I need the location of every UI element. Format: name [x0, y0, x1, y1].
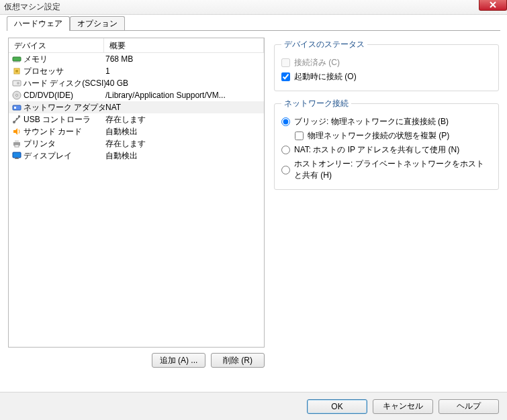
- content-area: デバイス 概要 メモリ768 MBプロセッサ1ハード ディスク(SCSI)40 …: [0, 31, 507, 368]
- svg-rect-15: [18, 115, 20, 117]
- device-name: USB コントローラ: [24, 114, 105, 125]
- help-button[interactable]: ヘルプ: [439, 399, 499, 414]
- device-name: CD/DVD(IDE): [24, 91, 105, 100]
- replicate-row: 物理ネットワーク接続の状態を複製 (P): [295, 130, 492, 142]
- table-row[interactable]: サウンド カード自動検出: [9, 125, 264, 138]
- hostonly-radio[interactable]: [281, 166, 290, 174]
- network-connection-group: ネットワーク接続 ブリッジ: 物理ネットワークに直接接続 (B) 物理ネットワー…: [274, 98, 499, 190]
- svg-rect-21: [15, 158, 18, 158]
- add-button[interactable]: 追加 (A) ...: [152, 353, 205, 368]
- ok-button[interactable]: OK: [307, 399, 367, 414]
- svg-point-11: [16, 95, 18, 97]
- sound-icon: [11, 126, 22, 137]
- table-row[interactable]: ハード ディスク(SCSI)40 GB: [9, 77, 264, 89]
- list-header: デバイス 概要: [9, 38, 264, 53]
- table-row[interactable]: USB コントローラ存在します: [9, 113, 264, 125]
- network-connection-legend: ネットワーク接続: [281, 98, 351, 109]
- svg-rect-1: [13, 61, 14, 62]
- nic-icon: [11, 102, 22, 113]
- svg-rect-2: [15, 61, 15, 62]
- svg-rect-7: [15, 70, 18, 72]
- nat-label[interactable]: NAT: ホストの IP アドレスを共有して使用 (N): [294, 144, 459, 156]
- table-row[interactable]: プリンタ存在します: [9, 138, 264, 150]
- right-panel: デバイスのステータス 接続済み (C) 起動時に接続 (O) ネットワーク接続 …: [274, 38, 499, 368]
- left-button-row: 追加 (A) ... 削除 (R): [8, 353, 265, 368]
- svg-rect-12: [13, 105, 21, 110]
- device-name: プリンタ: [24, 138, 105, 150]
- svg-rect-18: [15, 140, 19, 142]
- display-icon: [11, 150, 22, 161]
- device-list[interactable]: デバイス 概要 メモリ768 MBプロセッサ1ハード ディスク(SCSI)40 …: [8, 38, 265, 348]
- column-header-device[interactable]: デバイス: [9, 38, 104, 52]
- title-bar: 仮想マシン設定: [0, 0, 507, 15]
- connected-label: 接続済み (C): [294, 57, 340, 68]
- device-summary: 存在します: [105, 114, 264, 125]
- hostonly-label[interactable]: ホストオンリー: プライベートネットワークをホストと共有 (H): [294, 158, 492, 181]
- table-row[interactable]: ディスプレイ自動検出: [9, 150, 264, 162]
- device-summary: 768 MB: [105, 54, 264, 64]
- table-row[interactable]: CD/DVD(IDE)/Library/Application Support/…: [9, 89, 264, 101]
- svg-rect-5: [19, 61, 19, 62]
- hostonly-row: ホストオンリー: プライベートネットワークをホストと共有 (H): [281, 158, 492, 181]
- tab-options[interactable]: オプション: [70, 16, 125, 31]
- device-summary: 自動検出: [105, 150, 264, 162]
- disk-icon: [11, 78, 22, 89]
- dialog-footer: OK キャンセル ヘルプ: [0, 392, 507, 420]
- close-icon: [490, 1, 496, 8]
- svg-rect-4: [17, 61, 18, 62]
- device-summary: /Library/Application Support/VM...: [105, 91, 264, 100]
- connect-at-power-on-row: 起動時に接続 (O): [281, 71, 492, 83]
- device-name: ハード ディスク(SCSI): [24, 78, 105, 89]
- svg-rect-13: [14, 107, 16, 109]
- device-name: ディスプレイ: [24, 150, 105, 162]
- column-header-summary[interactable]: 概要: [104, 38, 264, 52]
- close-button[interactable]: [479, 0, 507, 11]
- svg-point-9: [17, 82, 19, 85]
- device-status-legend: デバイスのステータス: [281, 39, 367, 50]
- cancel-button[interactable]: キャンセル: [373, 399, 433, 414]
- device-name: プロセッサ: [24, 66, 105, 77]
- device-name: メモリ: [24, 54, 105, 65]
- cd-icon: [11, 90, 22, 101]
- remove-button[interactable]: 削除 (R): [211, 353, 265, 368]
- device-summary: 1: [105, 66, 264, 76]
- replicate-checkbox[interactable]: [295, 132, 304, 140]
- tab-hardware[interactable]: ハードウェア: [7, 16, 70, 31]
- bridged-label[interactable]: ブリッジ: 物理ネットワークに直接接続 (B): [294, 116, 449, 127]
- nat-radio[interactable]: [281, 146, 290, 154]
- svg-rect-19: [15, 145, 19, 147]
- left-panel: デバイス 概要 メモリ768 MBプロセッサ1ハード ディスク(SCSI)40 …: [8, 38, 265, 368]
- device-summary: 存在します: [105, 138, 264, 150]
- svg-rect-0: [13, 57, 21, 61]
- svg-rect-3: [16, 61, 17, 62]
- table-row[interactable]: メモリ768 MB: [9, 53, 264, 65]
- device-name: ネットワーク アダプタ: [24, 102, 105, 113]
- replicate-label[interactable]: 物理ネットワーク接続の状態を複製 (P): [308, 130, 449, 142]
- connect-at-power-on-label[interactable]: 起動時に接続 (O): [294, 71, 357, 83]
- table-row[interactable]: ネットワーク アダプタNAT: [9, 101, 264, 113]
- bridged-radio[interactable]: [281, 117, 290, 126]
- printer-icon: [11, 138, 22, 149]
- connected-row: 接続済み (C): [281, 57, 492, 68]
- cpu-icon: [11, 66, 22, 76]
- usb-icon: [11, 114, 22, 125]
- connect-at-power-on-checkbox[interactable]: [281, 72, 290, 81]
- connected-checkbox: [281, 58, 290, 67]
- table-row[interactable]: プロセッサ1: [9, 65, 264, 77]
- device-status-group: デバイスのステータス 接続済み (C) 起動時に接続 (O): [274, 39, 499, 91]
- svg-point-16: [16, 118, 18, 120]
- window-title: 仮想マシン設定: [4, 1, 60, 13]
- list-rows: メモリ768 MBプロセッサ1ハード ディスク(SCSI)40 GBCD/DVD…: [9, 53, 264, 162]
- svg-rect-22: [15, 158, 19, 159]
- bridged-row: ブリッジ: 物理ネットワークに直接接続 (B): [281, 116, 492, 127]
- tab-strip: ハードウェア オプション: [0, 15, 507, 31]
- nat-row: NAT: ホストの IP アドレスを共有して使用 (N): [281, 144, 492, 156]
- svg-rect-20: [13, 152, 21, 158]
- device-summary: NAT: [105, 103, 264, 112]
- device-summary: 自動検出: [105, 126, 264, 138]
- memory-icon: [11, 54, 22, 64]
- device-name: サウンド カード: [24, 126, 105, 138]
- device-summary: 40 GB: [105, 78, 264, 88]
